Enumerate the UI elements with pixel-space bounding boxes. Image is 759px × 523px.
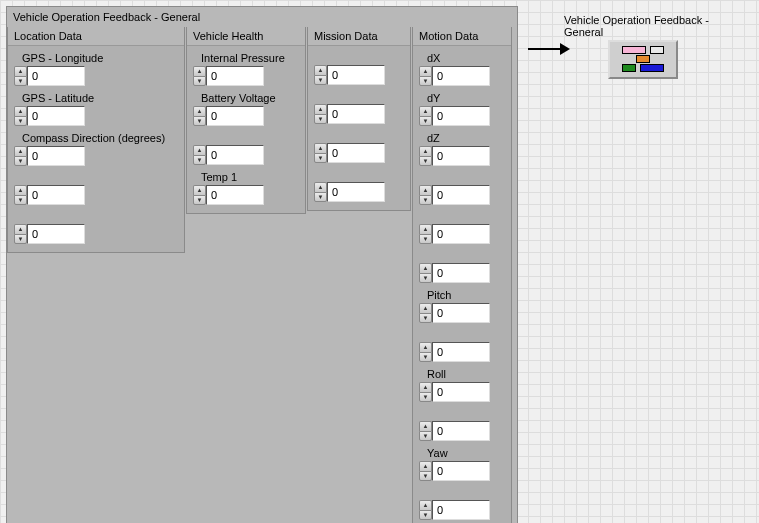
- numeric-spinner[interactable]: ▲▼: [314, 143, 327, 163]
- numeric-spinner[interactable]: ▲▼: [419, 461, 432, 481]
- motion-input[interactable]: 0: [432, 224, 490, 244]
- numeric-spinner[interactable]: ▲▼: [419, 342, 432, 362]
- location-input[interactable]: 0: [27, 146, 85, 166]
- spinner-up-icon[interactable]: ▲: [419, 461, 432, 471]
- spinner-down-icon[interactable]: ▼: [419, 156, 432, 167]
- numeric-spinner[interactable]: ▲▼: [419, 185, 432, 205]
- spinner-down-icon[interactable]: ▼: [193, 116, 206, 127]
- spinner-up-icon[interactable]: ▲: [314, 182, 327, 192]
- spinner-down-icon[interactable]: ▼: [193, 76, 206, 87]
- mission-input[interactable]: 0: [327, 143, 385, 163]
- spinner-down-icon[interactable]: ▼: [419, 510, 432, 521]
- motion-input[interactable]: 0: [432, 421, 490, 441]
- motion-input[interactable]: 0: [432, 263, 490, 283]
- mission-input[interactable]: 0: [327, 182, 385, 202]
- spinner-up-icon[interactable]: ▲: [419, 146, 432, 156]
- spinner-down-icon[interactable]: ▼: [419, 195, 432, 206]
- numeric-spinner[interactable]: ▲▼: [193, 185, 206, 205]
- spinner-up-icon[interactable]: ▲: [419, 185, 432, 195]
- spinner-up-icon[interactable]: ▲: [14, 185, 27, 195]
- spinner-down-icon[interactable]: ▼: [419, 234, 432, 245]
- motion-input[interactable]: 0: [432, 500, 490, 520]
- motion-input[interactable]: 0: [432, 303, 490, 323]
- motion-input[interactable]: 0: [432, 382, 490, 402]
- numeric-spinner[interactable]: ▲▼: [419, 421, 432, 441]
- spinner-down-icon[interactable]: ▼: [419, 431, 432, 442]
- spinner-up-icon[interactable]: ▲: [419, 342, 432, 352]
- numeric-spinner[interactable]: ▲▼: [14, 106, 27, 126]
- motion-input[interactable]: 0: [432, 185, 490, 205]
- spinner-up-icon[interactable]: ▲: [14, 224, 27, 234]
- spinner-up-icon[interactable]: ▲: [419, 303, 432, 313]
- spinner-down-icon[interactable]: ▼: [419, 273, 432, 284]
- motion-input[interactable]: 0: [432, 106, 490, 126]
- spinner-down-icon[interactable]: ▼: [14, 76, 27, 87]
- motion-input[interactable]: 0: [432, 342, 490, 362]
- motion-input[interactable]: 0: [432, 461, 490, 481]
- vehicle-health-input[interactable]: 0: [206, 145, 264, 165]
- spinner-down-icon[interactable]: ▼: [314, 153, 327, 164]
- spinner-up-icon[interactable]: ▲: [14, 66, 27, 76]
- spinner-up-icon[interactable]: ▲: [193, 66, 206, 76]
- numeric-spinner[interactable]: ▲▼: [419, 106, 432, 126]
- numeric-spinner[interactable]: ▲▼: [419, 303, 432, 323]
- spinner-up-icon[interactable]: ▲: [193, 185, 206, 195]
- spinner-up-icon[interactable]: ▲: [419, 224, 432, 234]
- spinner-down-icon[interactable]: ▼: [314, 192, 327, 203]
- spinner-up-icon[interactable]: ▲: [14, 146, 27, 156]
- numeric-spinner[interactable]: ▲▼: [314, 65, 327, 85]
- spinner-up-icon[interactable]: ▲: [314, 143, 327, 153]
- spinner-down-icon[interactable]: ▼: [314, 114, 327, 125]
- numeric-spinner[interactable]: ▲▼: [193, 106, 206, 126]
- spinner-up-icon[interactable]: ▲: [419, 421, 432, 431]
- numeric-spinner[interactable]: ▲▼: [193, 66, 206, 86]
- spinner-up-icon[interactable]: ▲: [419, 263, 432, 273]
- numeric-spinner[interactable]: ▲▼: [14, 224, 27, 244]
- numeric-spinner[interactable]: ▲▼: [314, 104, 327, 124]
- location-input[interactable]: 0: [27, 224, 85, 244]
- vehicle-health-input[interactable]: 0: [206, 106, 264, 126]
- numeric-spinner[interactable]: ▲▼: [419, 66, 432, 86]
- vehicle-health-input[interactable]: 0: [206, 66, 264, 86]
- numeric-spinner[interactable]: ▲▼: [14, 146, 27, 166]
- spinner-down-icon[interactable]: ▼: [419, 313, 432, 324]
- motion-input[interactable]: 0: [432, 146, 490, 166]
- numeric-spinner[interactable]: ▲▼: [14, 185, 27, 205]
- numeric-spinner[interactable]: ▲▼: [419, 224, 432, 244]
- location-input[interactable]: 0: [27, 66, 85, 86]
- spinner-down-icon[interactable]: ▼: [419, 116, 432, 127]
- spinner-down-icon[interactable]: ▼: [14, 195, 27, 206]
- spinner-up-icon[interactable]: ▲: [419, 500, 432, 510]
- location-input[interactable]: 0: [27, 106, 85, 126]
- vehicle-health-input[interactable]: 0: [206, 185, 264, 205]
- location-input[interactable]: 0: [27, 185, 85, 205]
- spinner-up-icon[interactable]: ▲: [419, 106, 432, 116]
- spinner-down-icon[interactable]: ▼: [419, 76, 432, 87]
- terminal-icon[interactable]: [608, 40, 678, 79]
- spinner-down-icon[interactable]: ▼: [193, 155, 206, 166]
- spinner-up-icon[interactable]: ▲: [314, 104, 327, 114]
- spinner-down-icon[interactable]: ▼: [193, 195, 206, 206]
- spinner-down-icon[interactable]: ▼: [14, 234, 27, 245]
- numeric-spinner[interactable]: ▲▼: [419, 146, 432, 166]
- numeric-spinner[interactable]: ▲▼: [419, 382, 432, 402]
- numeric-spinner[interactable]: ▲▼: [14, 66, 27, 86]
- spinner-up-icon[interactable]: ▲: [419, 66, 432, 76]
- spinner-down-icon[interactable]: ▼: [14, 156, 27, 167]
- spinner-up-icon[interactable]: ▲: [314, 65, 327, 75]
- numeric-spinner[interactable]: ▲▼: [419, 263, 432, 283]
- spinner-down-icon[interactable]: ▼: [419, 471, 432, 482]
- spinner-up-icon[interactable]: ▲: [193, 106, 206, 116]
- spinner-up-icon[interactable]: ▲: [193, 145, 206, 155]
- spinner-down-icon[interactable]: ▼: [314, 75, 327, 86]
- spinner-up-icon[interactable]: ▲: [14, 106, 27, 116]
- spinner-down-icon[interactable]: ▼: [419, 392, 432, 403]
- mission-input[interactable]: 0: [327, 104, 385, 124]
- numeric-spinner[interactable]: ▲▼: [193, 145, 206, 165]
- numeric-spinner[interactable]: ▲▼: [314, 182, 327, 202]
- numeric-spinner[interactable]: ▲▼: [419, 500, 432, 520]
- spinner-up-icon[interactable]: ▲: [419, 382, 432, 392]
- mission-input[interactable]: 0: [327, 65, 385, 85]
- spinner-down-icon[interactable]: ▼: [14, 116, 27, 127]
- spinner-down-icon[interactable]: ▼: [419, 352, 432, 363]
